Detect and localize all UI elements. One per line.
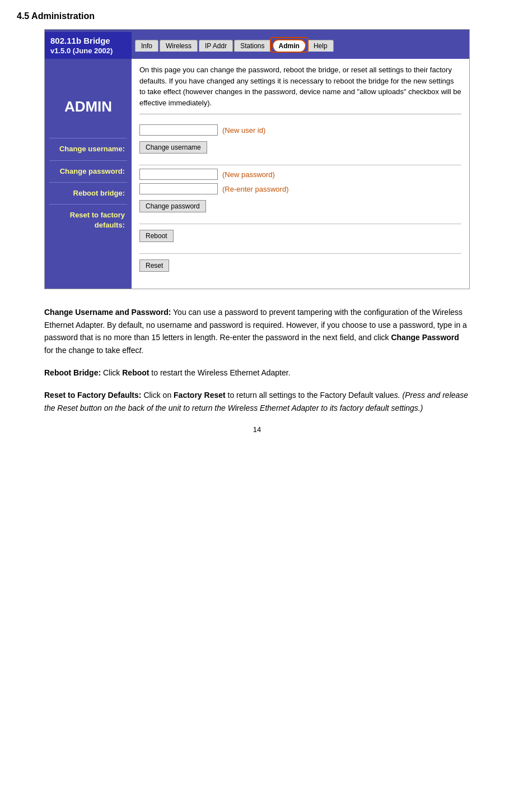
reenter-password-field-line: (Re-enter password) [139, 183, 289, 194]
reboot-button[interactable]: Reboot [139, 230, 174, 242]
reboot-heading: Reboot Bridge: [44, 368, 101, 377]
tab-wireless[interactable]: Wireless [160, 40, 198, 52]
change-text2: for the change to take effec [44, 346, 139, 355]
content-area: ADMIN Change username: Change password: … [45, 59, 469, 289]
reset-text: Click on [143, 391, 174, 400]
admin-description: On this page you can change the password… [139, 64, 461, 114]
reset-heading: Reset to Factory Defaults: [44, 391, 141, 400]
username-field-line: (New user id) [139, 124, 265, 136]
new-password-hint: (New password) [222, 170, 275, 179]
page-number: 14 [17, 425, 497, 434]
reenter-password-input[interactable] [139, 183, 218, 194]
tab-admin-wrap: Admin [272, 39, 306, 52]
admin-panel: 802.11b Bridge v1.5.0 (June 2002) Info W… [44, 29, 470, 289]
change-password-button[interactable]: Change password [139, 200, 206, 212]
sidebar-reboot-bridge: Reboot bridge: [49, 182, 127, 204]
sidebar-change-username: Change username: [49, 138, 127, 160]
tab-stations[interactable]: Stations [234, 40, 270, 52]
main-content: On this page you can change the password… [132, 59, 469, 289]
tab-info[interactable]: Info [135, 40, 158, 52]
reboot-section: Reboot [139, 224, 461, 245]
change-username-section: (New user id) Change username [139, 121, 461, 157]
change-username-button[interactable]: Change username [139, 141, 207, 154]
brand-version: v1.5.0 (June 2002) [50, 47, 126, 56]
tab-ipaddr[interactable]: IP Addr [199, 40, 233, 52]
reboot-paragraph: Reboot Bridge: Click Reboot to restart t… [44, 366, 470, 379]
change-password-section: (New password) (Re-enter password) Chang… [139, 165, 461, 216]
brand-box: 802.11b Bridge v1.5.0 (June 2002) [45, 32, 132, 59]
change-text3: . [141, 346, 143, 355]
reset-bold: Factory Reset [174, 391, 226, 400]
reset-paragraph: Reset to Factory Defaults: Click on Fact… [44, 389, 470, 414]
body-text: Change Username and Password: You can us… [44, 306, 470, 414]
tab-help[interactable]: Help [307, 40, 334, 52]
change-heading: Change Username and Password: [44, 308, 171, 317]
reenter-password-hint: (Re-enter password) [222, 185, 289, 193]
brand-name: 802.11b Bridge [50, 35, 126, 47]
new-password-input[interactable] [139, 169, 218, 180]
new-username-input[interactable] [139, 124, 218, 136]
change-bold-link: Change Password [391, 333, 459, 342]
new-password-field-line: (New password) [139, 169, 289, 180]
reset-text2: to return all settings to the Factory De… [226, 391, 394, 400]
nav-bar: 802.11b Bridge v1.5.0 (June 2002) Info W… [45, 30, 469, 59]
username-field-group: (New user id) Change username [139, 124, 265, 154]
password-field-group: (New password) (Re-enter password) Chang… [139, 169, 289, 212]
reboot-text2: to restart the Wireless Ethernet Adapter… [149, 368, 290, 377]
username-hint: (New user id) [222, 126, 265, 134]
sidebar-change-password: Change password: [49, 160, 127, 182]
tab-admin[interactable]: Admin [272, 39, 306, 52]
reset-button[interactable]: Reset [139, 259, 169, 272]
change-password-paragraph: Change Username and Password: You can us… [44, 306, 470, 356]
sidebar: ADMIN Change username: Change password: … [45, 59, 132, 289]
reboot-bold: Reboot [122, 368, 149, 377]
page-title: 4.5 Administration [17, 11, 497, 21]
reset-section: Reset [139, 254, 461, 275]
sidebar-reset-factory: Reset to factory defaults: [49, 204, 127, 236]
reboot-text: Click [103, 368, 122, 377]
tab-bar: Info Wireless IP Addr Stations Admin Hel… [132, 39, 334, 52]
sidebar-admin-label: ADMIN [49, 98, 127, 115]
